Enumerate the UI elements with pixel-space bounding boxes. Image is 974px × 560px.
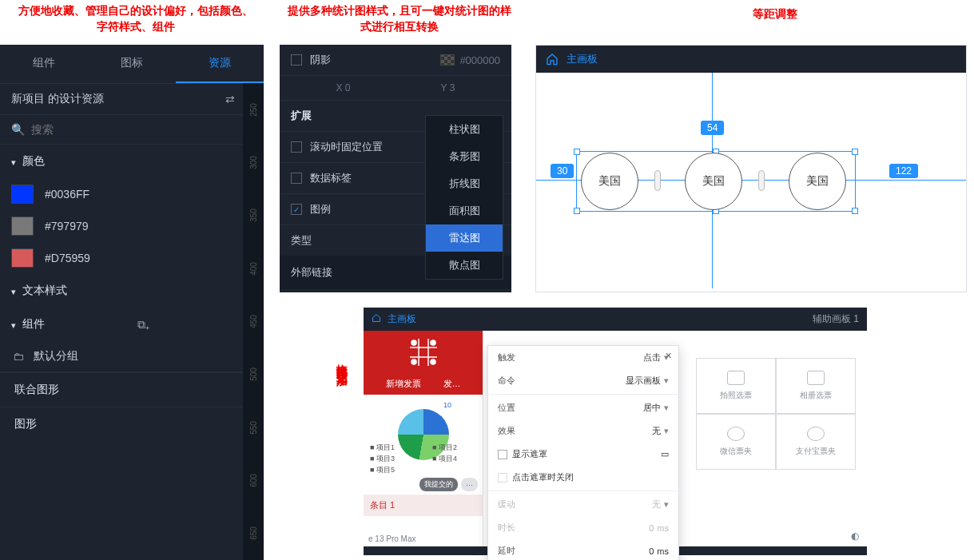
- mask-row[interactable]: 显示遮罩▭: [488, 443, 678, 466]
- legend-1: ■ 项目1: [370, 443, 395, 453]
- spacing-top: 54: [701, 121, 724, 135]
- section-components[interactable]: 组件 ⧉₊ ＋: [0, 308, 264, 341]
- menu-line[interactable]: 折线图: [426, 170, 503, 197]
- breadcrumb-label: 主画板: [388, 312, 416, 326]
- shadow-color-chip[interactable]: [440, 54, 455, 66]
- shadow-checkbox[interactable]: [291, 54, 302, 66]
- type-label: 类型: [291, 233, 312, 248]
- grid-icon: [410, 339, 437, 366]
- menu-radar[interactable]: 雷达图: [426, 224, 503, 252]
- y-label: Y 3: [396, 77, 500, 98]
- menu-bar[interactable]: 柱状图: [426, 116, 503, 143]
- position-select[interactable]: 居中: [643, 402, 669, 414]
- home-icon[interactable]: [372, 313, 381, 325]
- handle-se[interactable]: [852, 208, 858, 214]
- folder-default[interactable]: 🗀 默认分组: [0, 341, 264, 372]
- image-icon: [807, 371, 825, 385]
- legend-5: ■ 项目5: [370, 465, 395, 475]
- color-hex: #D75959: [45, 252, 90, 264]
- handle-nw[interactable]: [574, 149, 580, 155]
- camera-icon: [727, 371, 745, 385]
- aux-board-label: 辅助画板 1: [813, 312, 859, 326]
- spacing-left: 30: [551, 164, 574, 178]
- canvas[interactable]: 54 30 122 美国 美国 美国: [536, 73, 966, 288]
- caption-1: 方便地收藏、管理自己的设计偏好，包括颜色、字符样式、组件: [16, 3, 256, 34]
- aux-alipay[interactable]: 支付宝票夹: [776, 414, 856, 470]
- help-icon[interactable]: ◐: [851, 530, 859, 542]
- aux-album[interactable]: 相册选票: [776, 358, 856, 414]
- caption-2: 提供多种统计图样式，且可一键对统计图的样式进行相互转换: [288, 3, 511, 34]
- device-label: e 13 Pro Max: [368, 534, 415, 543]
- chart-type-menu: 柱状图 条形图 折线图 面积图 雷达图 散点图: [425, 115, 503, 280]
- shape-circle-2[interactable]: 美国: [685, 153, 742, 210]
- alipay-icon: [807, 427, 825, 441]
- handle-sw[interactable]: [574, 208, 580, 214]
- add-folder-icon[interactable]: ⧉₊: [137, 318, 149, 332]
- pill-mine[interactable]: 我提交的: [419, 478, 458, 491]
- spacer-2[interactable]: [758, 170, 765, 191]
- canvas-panel: 主画板 54 30 122 美国 美国 美国: [535, 45, 967, 292]
- component-item-0[interactable]: 联合图形: [0, 372, 264, 407]
- checkbox[interactable]: [291, 173, 302, 184]
- svg-point-4: [411, 340, 416, 345]
- phone-tab-list[interactable]: 发…: [443, 378, 461, 390]
- pill-row: 我提交的 …: [364, 475, 483, 494]
- legend-4: ■ 项目4: [432, 454, 457, 464]
- interaction-breadcrumb: 主画板 辅助画板 1: [364, 308, 867, 331]
- legend-2: ■ 项目2: [432, 443, 457, 453]
- position-label: 位置: [498, 402, 544, 414]
- component-item-1[interactable]: 图形: [0, 407, 264, 441]
- interaction-dialog: ✕ 触发点击 命令显示画板 位置居中 效果无 显示遮罩▭ 点击遮罩时关闭 缓动无…: [487, 345, 679, 560]
- tab-components[interactable]: 组件: [0, 45, 88, 83]
- mask-checkbox[interactable]: [498, 450, 507, 459]
- section-text-label: 文本样式: [22, 284, 67, 298]
- canvas-breadcrumb: 主画板: [536, 46, 966, 73]
- mask-toggle[interactable]: ▭: [661, 449, 669, 459]
- aux-camera[interactable]: 拍照选票: [696, 358, 776, 414]
- project-title: 新项目 的设计资源: [11, 92, 219, 106]
- resources-panel: 组件 图标 资源 新项目 的设计资源 ⇄ ⋮ 🔍 ☰ 颜色 ＋ #0036FF …: [0, 45, 264, 560]
- close-icon[interactable]: ✕: [665, 351, 672, 361]
- svg-point-5: [431, 340, 435, 345]
- color-item-2[interactable]: #D75959: [0, 242, 264, 274]
- duration-input: 0 ms: [649, 523, 669, 533]
- phone-preview: 新增发票发… ■ 项目1 ■ 项目2 ■ 项目3 ■ 项目4 ■ 项目5 10 …: [364, 331, 483, 546]
- swatch-icon: [11, 248, 34, 268]
- folder-icon: 🗀: [11, 350, 26, 363]
- swap-icon[interactable]: ⇄: [225, 93, 235, 105]
- pill-other[interactable]: …: [461, 478, 478, 491]
- home-icon[interactable]: [546, 53, 559, 66]
- section-text-styles[interactable]: 文本样式 ＋: [0, 274, 264, 308]
- delay-input[interactable]: 0 ms: [649, 546, 669, 556]
- shape-circle-3[interactable]: 美国: [789, 153, 846, 210]
- handle-ne[interactable]: [852, 149, 858, 155]
- search-input[interactable]: [31, 123, 242, 136]
- list-strip[interactable]: 条目 1: [364, 494, 483, 516]
- shape-circle-1[interactable]: 美国: [581, 153, 638, 210]
- menu-hbar[interactable]: 条形图: [426, 143, 503, 170]
- aux-wechat[interactable]: 微信票夹: [696, 414, 776, 470]
- chevron-down-icon: [11, 284, 16, 297]
- menu-scatter[interactable]: 散点图: [426, 252, 503, 279]
- checkbox[interactable]: [291, 141, 302, 153]
- caption-4: 拖拽即可交互添加: [334, 355, 350, 368]
- command-label: 命令: [498, 375, 544, 387]
- section-colors[interactable]: 颜色 ＋: [0, 145, 264, 178]
- chevron-down-icon: [11, 155, 16, 168]
- command-select[interactable]: 显示画板: [626, 375, 669, 387]
- phone-tab-add[interactable]: 新增发票: [386, 378, 421, 390]
- interaction-panel: 主画板 辅助画板 1 新增发票发… ■ 项目1 ■ 项目2 ■ 项目3 ■ 项目…: [364, 308, 867, 555]
- effect-select[interactable]: 无: [652, 425, 669, 437]
- color-item-1[interactable]: #797979: [0, 210, 264, 242]
- svg-point-6: [411, 359, 416, 364]
- chevron-down-icon: [11, 318, 16, 331]
- tab-icons[interactable]: 图标: [88, 45, 176, 83]
- spacer-1[interactable]: [654, 170, 661, 191]
- breadcrumb-label: 主画板: [567, 52, 598, 66]
- caption-3: 等距调整: [695, 6, 855, 22]
- color-item-0[interactable]: #0036FF: [0, 178, 264, 210]
- color-hex: #797979: [45, 220, 89, 232]
- tab-resources[interactable]: 资源: [176, 45, 264, 83]
- checkbox[interactable]: [291, 204, 302, 215]
- menu-area[interactable]: 面积图: [426, 197, 503, 224]
